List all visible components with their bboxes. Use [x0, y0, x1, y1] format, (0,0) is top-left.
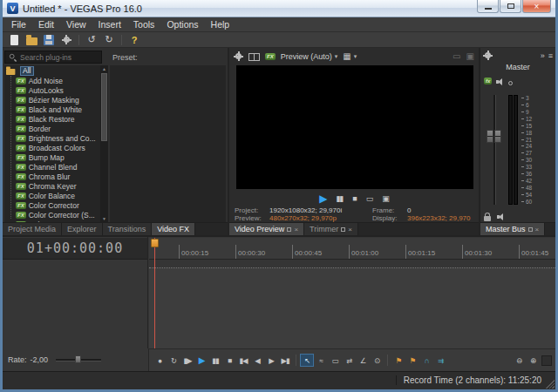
overlays-dropdown[interactable]: ▦ ▾ [343, 52, 357, 61]
menu-item[interactable]: File [5, 17, 32, 31]
plugin-item[interactable]: FX Chroma Keyer [4, 181, 100, 191]
zoom-out-button[interactable]: ⊖ [512, 354, 526, 367]
trimmer-tab[interactable]: Trimmer × [304, 223, 358, 235]
master-volume-fader[interactable] [486, 93, 503, 206]
scrollbar-thumb[interactable] [101, 73, 107, 141]
timeline-scroll-corner[interactable] [541, 355, 552, 366]
next-frame-button[interactable]: ▶ [264, 354, 278, 367]
stop-button[interactable]: ■ [222, 354, 236, 367]
minimize-button[interactable] [477, 0, 499, 13]
go-to-end-button[interactable]: ▶▮ [278, 354, 292, 367]
insert-fx-button[interactable]: fx [484, 78, 492, 84]
marker-bar[interactable] [149, 260, 555, 268]
plugin-item[interactable]: FX Channel Blend [4, 162, 100, 172]
pin-icon[interactable] [341, 227, 345, 232]
timeline-ruler[interactable]: 00:00:1500:00:3000:00:4500:01:0000:01:15… [149, 238, 555, 260]
redo-button[interactable]: ↻ [101, 33, 117, 47]
maximize-button[interactable] [500, 0, 521, 13]
menu-item[interactable]: View [60, 17, 92, 31]
undo-button[interactable]: ↺ [84, 33, 99, 47]
play-from-start-button[interactable]: ▮▶ [180, 354, 194, 367]
solo-button[interactable] [508, 73, 513, 89]
plugin-item[interactable]: FX Color Corrector [4, 200, 100, 210]
plugin-item[interactable]: FX Add Noise [4, 76, 100, 85]
rate-slider[interactable] [56, 355, 101, 364]
plugin-list-scrollbar[interactable]: ▲ ▼ [100, 65, 108, 222]
speaker-icon[interactable] [497, 213, 505, 221]
dock-tab[interactable]: Transitions [103, 223, 153, 235]
video-output-fx-button[interactable]: FX [265, 53, 276, 60]
save-snapshot-button[interactable]: ▣ [382, 195, 389, 203]
titlebar[interactable]: V Untitled * - VEGAS Pro 16.0 × [3, 0, 555, 17]
split-screen-view-button[interactable] [248, 49, 260, 64]
plugin-item[interactable]: FX Border [4, 124, 100, 133]
plugin-item[interactable]: FX Black and White [4, 105, 100, 114]
timeline-cursor-marker[interactable] [151, 239, 159, 247]
zoom-edit-tool-button[interactable]: ⊙ [370, 354, 384, 367]
master-bus-tab[interactable]: Master Bus × [480, 223, 545, 235]
scroll-down-icon[interactable]: ▼ [100, 215, 108, 222]
fader-handle-left[interactable] [487, 130, 493, 143]
plugin-item[interactable]: FX Chroma Blur [4, 172, 100, 181]
menu-item[interactable]: Options [160, 17, 204, 31]
plugin-item[interactable]: FX Color Balance [4, 191, 100, 200]
plugin-list[interactable]: All FX Add Noise FX AutoLooks [4, 65, 100, 222]
enable-snapping-button[interactable]: ∩ [419, 354, 433, 367]
close-tab-icon[interactable]: × [535, 226, 540, 233]
go-to-start-button[interactable]: ▮◀ [236, 354, 250, 367]
preview-pause-button[interactable]: ▮▮ [336, 195, 343, 203]
auto-ripple-button[interactable]: ⇉ [433, 354, 447, 367]
scroll-up-icon[interactable]: ▲ [100, 65, 108, 72]
resize-grip[interactable] [544, 378, 555, 389]
pin-icon[interactable] [287, 227, 291, 232]
play-button[interactable]: ▶ [194, 354, 208, 367]
copy-snapshot-button[interactable]: ▭ [366, 195, 373, 203]
preview-properties-button[interactable] [234, 49, 243, 64]
pause-button[interactable]: ▮▮ [208, 354, 222, 367]
plugin-item[interactable]: FX Color Corrector (S... [4, 210, 100, 220]
close-button[interactable]: × [522, 0, 551, 13]
normal-edit-tool-button[interactable]: ↖ [300, 354, 314, 367]
plugin-item[interactable]: FX Broadcast Colors [4, 143, 100, 152]
plugin-item[interactable]: FX Brightness and Co... [4, 133, 100, 143]
interactive-tutorials-button[interactable]: ? [126, 33, 142, 47]
selection-edit-tool-button[interactable]: ▭ [328, 354, 342, 367]
mixer-controls-button[interactable]: ≡ [548, 52, 553, 60]
menu-item[interactable]: Help [205, 17, 236, 31]
timecode-display[interactable]: 01+00:00:00 [3, 238, 147, 260]
plugin-item[interactable]: FX Bézier Masking [4, 95, 100, 105]
plugin-search-input[interactable] [20, 53, 99, 62]
preview-play-button[interactable]: ▶ [319, 193, 326, 204]
envelope-edit-tool-button[interactable]: ≈ [314, 354, 328, 367]
preview-quality-dropdown[interactable]: Preview (Auto) ▾ [281, 52, 338, 61]
plugin-item[interactable]: FX Black Restore [4, 114, 100, 124]
dock-tab[interactable]: Video FX [152, 223, 195, 235]
new-project-button[interactable] [6, 33, 22, 47]
open-button[interactable] [24, 33, 39, 47]
plugin-root-item[interactable]: All [4, 65, 100, 76]
close-tab-icon[interactable]: × [294, 226, 298, 233]
plugin-item[interactable]: FX AutoLooks [4, 85, 100, 95]
master-properties-button[interactable] [483, 48, 493, 64]
loop-playback-button[interactable]: ↻ [167, 354, 180, 367]
slip-edit-tool-button[interactable]: ⇄ [342, 354, 356, 367]
record-button[interactable]: ● [153, 354, 167, 367]
menu-item[interactable]: Tools [127, 17, 161, 31]
rate-slider-thumb[interactable] [75, 355, 81, 363]
pin-icon[interactable] [528, 227, 533, 232]
plugin-search-box[interactable] [4, 51, 102, 64]
video-preview-tab[interactable]: Video Preview × [229, 223, 304, 235]
track-area[interactable] [149, 268, 555, 348]
dock-tab[interactable]: Explorer [62, 223, 103, 235]
fader-handle-right[interactable] [494, 130, 501, 143]
project-properties-button[interactable] [58, 33, 74, 47]
insert-marker-button[interactable]: ⚑ [391, 354, 405, 367]
downmix-output-button[interactable]: » [541, 52, 545, 60]
lock-icon[interactable] [484, 216, 491, 221]
split-trim-tool-button[interactable]: ∠ [356, 354, 370, 367]
save-button[interactable] [41, 33, 57, 47]
close-tab-icon[interactable]: × [348, 226, 352, 233]
zoom-in-button[interactable]: ⊕ [526, 354, 540, 367]
menu-item[interactable]: Insert [92, 17, 127, 31]
preview-stop-button[interactable]: ■ [352, 195, 356, 203]
